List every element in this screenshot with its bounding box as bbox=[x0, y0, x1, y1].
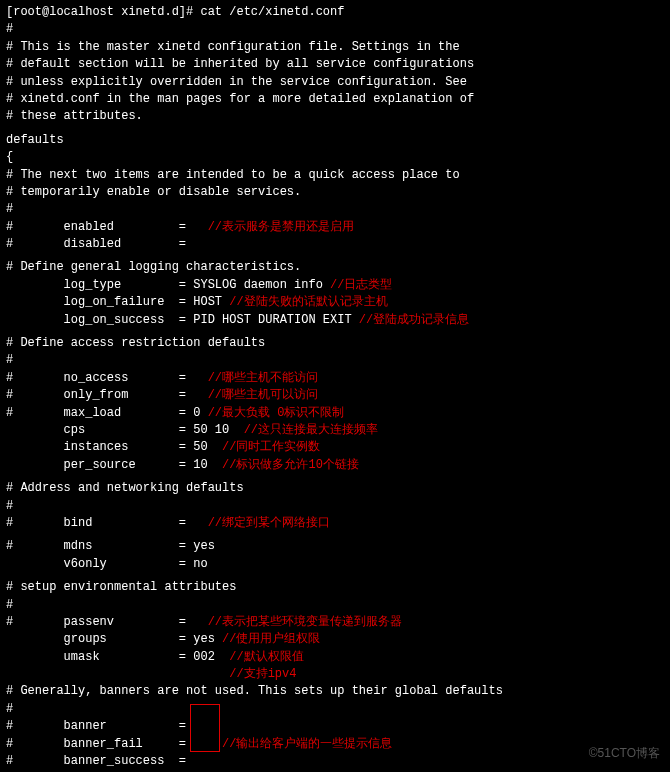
per-source-text: per_source = 10 bbox=[6, 458, 222, 472]
groups-annotation: //使用用户组权限 bbox=[222, 632, 320, 646]
log-succ-line: log_on_success = PID HOST DURATION EXIT … bbox=[6, 312, 664, 329]
only-from-text: # only_from = bbox=[6, 388, 186, 402]
banner-line: # banner = bbox=[6, 718, 664, 735]
disabled-line: # disabled = bbox=[6, 236, 664, 253]
per-source-line: per_source = 10 //标识做多允许10个链接 bbox=[6, 457, 664, 474]
hash-line: # bbox=[6, 352, 664, 369]
log-fail-text: log_on_failure = HOST bbox=[6, 295, 229, 309]
umask-text: umask = 002 bbox=[6, 650, 229, 664]
log-succ-text: log_on_success = PID HOST DURATION EXIT bbox=[6, 313, 352, 327]
env-header: # setup environmental attributes bbox=[6, 579, 664, 596]
max-load-annotation: //最大负载 0标识不限制 bbox=[208, 406, 345, 420]
only-from-line: # only_from = //哪些主机可以访问 bbox=[6, 387, 664, 404]
max-load-text: # max_load = 0 bbox=[6, 406, 208, 420]
defaults-keyword: defaults bbox=[6, 132, 664, 149]
umask-annotation: //默认权限值 bbox=[229, 650, 303, 664]
hash-line: # bbox=[6, 597, 664, 614]
cps-text: cps = 50 10 bbox=[6, 423, 244, 437]
instances-line: instances = 50 //同时工作实例数 bbox=[6, 439, 664, 456]
bind-line: # bind = //绑定到某个网络接口 bbox=[6, 515, 664, 532]
hash-line: # bbox=[6, 701, 664, 718]
log-header: # Define general logging characteristics… bbox=[6, 259, 664, 276]
cfg-line: # This is the master xinetd configuratio… bbox=[6, 39, 664, 56]
cfg-line: # temporarily enable or disable services… bbox=[6, 184, 664, 201]
banner-annotation: //输出给客户端的一些提示信息 bbox=[222, 737, 392, 751]
log-fail-annotation: //登陆失败的话默认记录主机 bbox=[229, 295, 387, 309]
cfg-line: # these attributes. bbox=[6, 108, 664, 125]
instances-text: instances = 50 bbox=[6, 440, 222, 454]
cps-annotation: //这只连接最大连接频率 bbox=[244, 423, 378, 437]
cfg-line: # default section will be inherited by a… bbox=[6, 56, 664, 73]
enabled-line: # enabled = //表示服务是禁用还是启用 bbox=[6, 219, 664, 236]
access-header: # Define access restriction defaults bbox=[6, 335, 664, 352]
passenv-text: # passenv = bbox=[6, 615, 186, 629]
banner-success-line: # banner_success = bbox=[6, 753, 664, 770]
cps-line: cps = 50 10 //这只连接最大连接频率 bbox=[6, 422, 664, 439]
bind-annotation: //绑定到某个网络接口 bbox=[208, 516, 330, 530]
log-succ-annotation: //登陆成功记录信息 bbox=[352, 313, 470, 327]
no-access-text: # no_access = bbox=[6, 371, 186, 385]
cfg-line: # The next two items are intended to be … bbox=[6, 167, 664, 184]
mdns-line: # mdns = yes bbox=[6, 538, 664, 555]
shell-prompt: [root@localhost xinetd.d]# cat /etc/xine… bbox=[6, 4, 664, 21]
no-access-line: # no_access = //哪些主机不能访问 bbox=[6, 370, 664, 387]
log-type-line: log_type = SYSLOG daemon info //日志类型 bbox=[6, 277, 664, 294]
v6only-line: v6only = no bbox=[6, 556, 664, 573]
no-access-annotation: //哪些主机不能访问 bbox=[208, 371, 318, 385]
enabled-text: # enabled = bbox=[6, 220, 186, 234]
log-type-annotation: //日志类型 bbox=[330, 278, 392, 292]
umask-line: umask = 002 //默认权限值 bbox=[6, 649, 664, 666]
brace-open: { bbox=[6, 149, 664, 166]
instances-annotation: //同时工作实例数 bbox=[222, 440, 320, 454]
log-type-text: log_type = SYSLOG daemon info bbox=[6, 278, 330, 292]
hash-line: # bbox=[6, 498, 664, 515]
passenv-line: # passenv = //表示把某些环境变量传递到服务器 bbox=[6, 614, 664, 631]
only-from-annotation: //哪些主机可以访问 bbox=[208, 388, 318, 402]
ipv4-annotation: //支持ipv4 bbox=[6, 667, 296, 681]
ipv4-annotation-line: //支持ipv4 bbox=[6, 666, 664, 683]
groups-line: groups = yes //使用用户组权限 bbox=[6, 631, 664, 648]
cfg-line: # bbox=[6, 21, 664, 38]
watermark-label: ©51CTO博客 bbox=[589, 745, 660, 762]
per-source-annotation: //标识做多允许10个链接 bbox=[222, 458, 359, 472]
banner-header: # Generally, banners are not used. This … bbox=[6, 683, 664, 700]
enabled-annotation: //表示服务是禁用还是启用 bbox=[208, 220, 354, 234]
banner-fail-line: # banner_fail = //输出给客户端的一些提示信息 bbox=[6, 736, 664, 753]
passenv-annotation: //表示把某些环境变量传递到服务器 bbox=[208, 615, 402, 629]
max-load-line: # max_load = 0 //最大负载 0标识不限制 bbox=[6, 405, 664, 422]
bind-text: # bind = bbox=[6, 516, 186, 530]
log-fail-line: log_on_failure = HOST //登陆失败的话默认记录主机 bbox=[6, 294, 664, 311]
groups-text: groups = yes bbox=[6, 632, 222, 646]
cfg-line: # xinetd.conf in the man pages for a mor… bbox=[6, 91, 664, 108]
cfg-line: # unless explicitly overridden in the se… bbox=[6, 74, 664, 91]
net-header: # Address and networking defaults bbox=[6, 480, 664, 497]
cfg-line: # bbox=[6, 201, 664, 218]
banner-fail-text: # banner_fail = bbox=[6, 737, 186, 751]
